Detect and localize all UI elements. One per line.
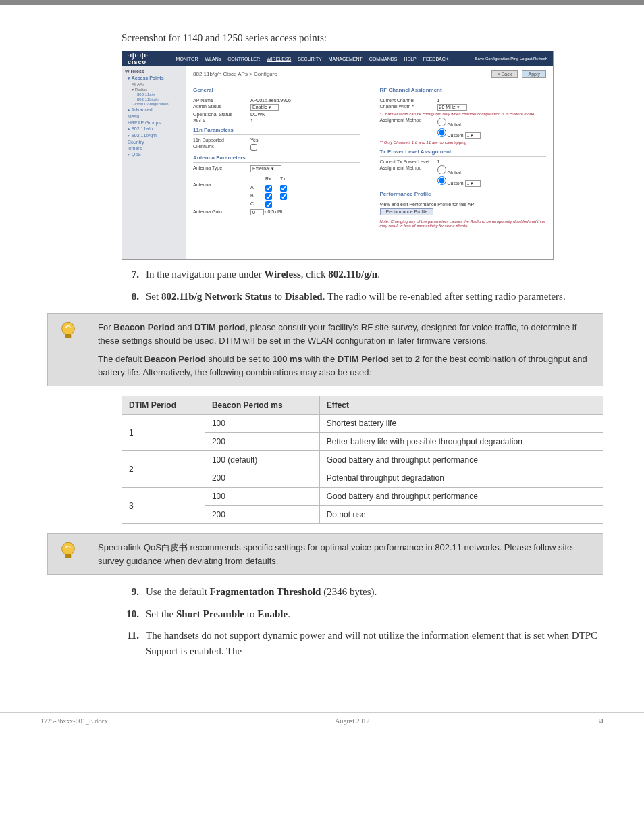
note-chan-width: * Channel width can be configured only w… [380, 112, 547, 116]
nav-commands[interactable]: COMMANDS [369, 57, 398, 61]
step-11-text: The handsets do not support dynamic powe… [146, 628, 603, 658]
lbl-11n-sup: 11n Supported [193, 138, 250, 142]
top-separator [0, 0, 644, 5]
th-beacon: Beacon Period ms [205, 396, 319, 415]
nav-advanced[interactable]: ▸ Advanced [125, 107, 184, 113]
step-num-7: 7. [122, 267, 139, 282]
nav-help[interactable]: HELP [404, 57, 416, 61]
screenshot-caption: Screenshot for 1140 and 1250 series acce… [122, 32, 603, 44]
nav-wireless[interactable]: WIRELESS [267, 57, 291, 61]
nav-timers[interactable]: Timers [125, 146, 184, 151]
lbl-rf-assign: Assignment Method [380, 118, 437, 127]
page-content: Screenshot for 1140 and 1250 series acce… [0, 32, 644, 692]
cell-effect: Potential throughput degradation [319, 469, 603, 488]
nav-radio-an[interactable]: 802.11a/n [125, 93, 184, 97]
sel-admin-status[interactable]: Enable ▾ [250, 104, 279, 111]
sel-tx-custom[interactable]: 1 ▾ [465, 180, 481, 187]
step-num-9: 9. [122, 584, 139, 600]
top-right-links[interactable]: Save Configuration Ping Logout Refresh [475, 57, 547, 61]
nav-management[interactable]: MANAGEMENT [329, 57, 363, 61]
step-11: 11. The handsets do not support dynamic … [122, 628, 603, 658]
radio-rf-global[interactable] [437, 118, 446, 126]
cell-effect: Good battery and throughput performance [319, 451, 603, 469]
nav-feedback[interactable]: FEEDBACK [423, 57, 449, 61]
bold-disabled: Disabled [285, 291, 323, 302]
bold-dtim-period: DTIM period [194, 322, 245, 332]
nav-country[interactable]: Country [125, 140, 184, 145]
cisco-nav: MONITOR WLANs CONTROLLER WIRELESS SECURI… [176, 57, 449, 61]
val-11n-sup: Yes [250, 138, 258, 142]
th-effect: Effect [319, 396, 603, 415]
table-row: 2 100 (default) Good battery and through… [122, 451, 603, 469]
val-ap-name: AP001b.ae8d.9906 [250, 98, 291, 103]
chk-a-tx[interactable] [280, 185, 287, 192]
nav-global-config[interactable]: Global Configuration [125, 102, 184, 106]
chk-c-rx[interactable] [265, 201, 272, 208]
nav-all-aps[interactable]: All APs [125, 82, 184, 86]
val-slot: 1 [250, 118, 253, 123]
chk-a-rx[interactable] [265, 185, 272, 192]
lbl-tx-assign: Assignment Method [380, 165, 437, 175]
nav-monitor[interactable]: MONITOR [176, 57, 198, 61]
nav-80211an[interactable]: ▸ 802.11a/n [125, 126, 184, 132]
lbl-chan-width: Channel Width * [380, 104, 437, 111]
cisco-logo: ·ı|ı·ı|ı·cisco [128, 52, 149, 66]
sel-ant-type[interactable]: External ▾ [250, 165, 281, 172]
nav-access-points[interactable]: ▾ Access Points [125, 76, 184, 81]
svg-point-2 [62, 542, 75, 555]
nav-hreap[interactable]: HREAP Groups [125, 120, 184, 125]
apply-button[interactable]: Apply [522, 70, 546, 78]
note-radio-disabled: Note: Changing any of the parameters cau… [380, 219, 547, 228]
nav-80211bgn[interactable]: ▸ 802.11b/g/n [125, 133, 184, 138]
section-general: General [193, 87, 360, 95]
section-perf: Performance Profile [380, 191, 547, 199]
radio-rf-custom[interactable] [437, 128, 446, 137]
cell-effect: Good battery and throughput performance [319, 488, 603, 506]
link-80211bgn-text: 802.11b/g/n [328, 269, 377, 280]
hdr-tx: Tx [280, 176, 294, 181]
inp-ant-gain[interactable]: 0 [250, 209, 264, 215]
link-wireless: Wireless [264, 269, 300, 280]
bold-enable: Enable [257, 608, 288, 619]
nav-security[interactable]: SECURITY [298, 57, 321, 61]
radio-tx-custom[interactable] [437, 176, 446, 185]
lbl-gain-unit: x 0.5 dBi [264, 209, 282, 215]
cell-effect: Better battery life with possible throug… [319, 433, 603, 451]
ant-c: C [250, 201, 264, 208]
ant-a: A [250, 185, 264, 192]
sel-rf-custom[interactable]: 1 ▾ [465, 132, 481, 139]
sel-chan-width[interactable]: 20 MHz ▾ [437, 104, 467, 111]
chk-b-rx[interactable] [265, 193, 272, 200]
footer-date: August 2012 [335, 717, 369, 725]
bold-beacon-period: Beacon Period [113, 322, 175, 332]
step-8: 8. Set 802.11b/g Network Status to Disab… [122, 289, 603, 305]
lbl-admin-status: Admin Status [193, 104, 250, 111]
table-row: 3 100 Good battery and throughput perfor… [122, 488, 603, 506]
back-button[interactable]: < Back [491, 70, 518, 78]
section-11n: 11n Parameters [193, 127, 360, 135]
radio-tx-global[interactable] [437, 165, 446, 174]
nav-radios[interactable]: ▾ Radios [125, 87, 184, 92]
lbl-slot: Slot # [193, 118, 250, 123]
nav-controller[interactable]: CONTROLLER [227, 57, 260, 61]
step-9: 9. Use the default Fragmentation Thresho… [122, 584, 603, 600]
chk-clientlink[interactable] [250, 144, 257, 151]
cell-beacon: 100 [205, 415, 319, 433]
nav-qos[interactable]: ▸ QoS [125, 152, 184, 157]
svg-rect-1 [65, 334, 72, 338]
btn-perf-profile[interactable]: Performance Profile [380, 208, 434, 215]
section-rf: RF Channel Assignment [380, 87, 547, 95]
note-nonoverlap: ** Only Channels 1,6 and 11 are nonoverl… [380, 140, 547, 145]
step-num-8: 8. [122, 289, 139, 305]
chk-b-tx[interactable] [280, 193, 287, 200]
section-antenna: Antenna Parameters [193, 155, 360, 163]
page-title: 802.11b/g/n Cisco APs > Configure [193, 71, 277, 77]
val-cur-channel: 1 [437, 98, 440, 103]
cell-beacon: 200 [205, 469, 319, 488]
lbl-ant-type: Antenna Type [193, 165, 250, 172]
cell-beacon: 200 [205, 506, 319, 524]
nav-radio-bgn[interactable]: 802.11b/g/n [125, 97, 184, 101]
nav-mesh[interactable]: Mesh [125, 114, 184, 119]
nav-wlans[interactable]: WLANs [205, 57, 221, 61]
lbl-antenna: Antenna [193, 182, 250, 208]
